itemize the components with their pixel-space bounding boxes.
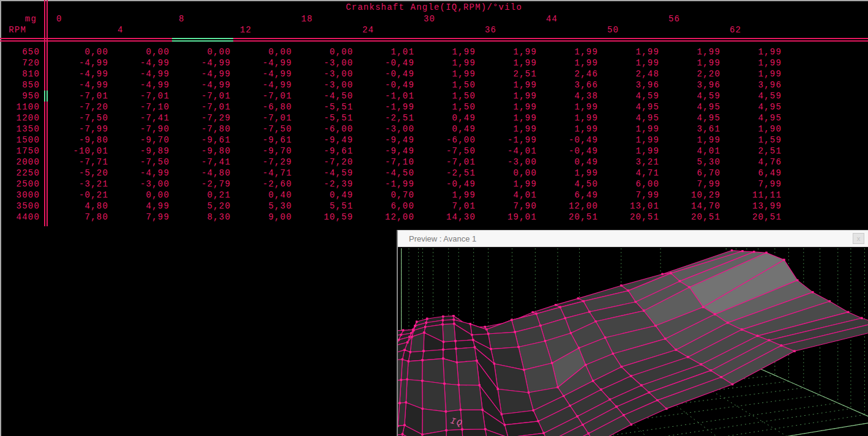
value-cell[interactable]: -7,20	[294, 157, 353, 168]
value-cell[interactable]: -3,00	[294, 79, 353, 91]
value-cell[interactable]: 0,49	[417, 124, 476, 135]
value-cell[interactable]: 5,30	[233, 201, 292, 212]
value-cell[interactable]: -4,99	[50, 79, 108, 91]
value-cell[interactable]: 1,99	[478, 79, 537, 91]
value-cell[interactable]: -1,99	[356, 102, 414, 113]
value-cell[interactable]: -0,21	[50, 190, 108, 201]
value-cell[interactable]: -9,49	[356, 135, 414, 146]
value-cell[interactable]: -3,00	[478, 157, 537, 168]
value-cell[interactable]: 3,21	[600, 157, 659, 168]
value-cell[interactable]: -9,49	[356, 146, 414, 157]
value-cell[interactable]: 4,50	[539, 179, 598, 190]
value-cell[interactable]: 1,99	[539, 168, 598, 179]
value-cell[interactable]: -9,70	[233, 146, 292, 157]
value-cell[interactable]: -5,51	[294, 102, 353, 113]
value-cell[interactable]: 1,99	[600, 135, 659, 146]
rpm-row-header[interactable]: 1100	[0, 102, 40, 113]
value-cell[interactable]: -6,00	[294, 124, 353, 135]
value-cell[interactable]: -4,01	[478, 146, 537, 157]
value-cell[interactable]: 1,99	[600, 124, 659, 135]
value-cell[interactable]: -7,99	[50, 124, 108, 135]
value-cell[interactable]: -9,70	[111, 135, 170, 146]
value-cell[interactable]: -0,49	[356, 79, 414, 91]
value-cell[interactable]: -1,99	[478, 135, 537, 146]
value-cell[interactable]: 4,80	[50, 201, 108, 212]
value-cell[interactable]: 13,99	[723, 201, 782, 212]
value-cell[interactable]: 1,99	[417, 46, 476, 57]
value-cell[interactable]: 1,99	[600, 57, 659, 68]
rpm-row-header[interactable]: 650	[0, 46, 40, 57]
value-cell[interactable]: 6,49	[723, 168, 782, 179]
iq-column-header[interactable]: 44	[546, 14, 558, 24]
iq-column-header[interactable]: 12	[240, 25, 252, 35]
value-cell[interactable]: 0,00	[172, 46, 231, 57]
value-cell[interactable]: 4,95	[600, 102, 659, 113]
value-cell[interactable]: -5,20	[50, 168, 108, 179]
value-cell[interactable]: 14,30	[417, 212, 476, 223]
value-cell[interactable]: -4,71	[233, 168, 292, 179]
value-cell[interactable]: 9,00	[233, 212, 292, 223]
value-cell[interactable]: -2,39	[294, 179, 353, 190]
value-cell[interactable]: 3,66	[539, 79, 598, 91]
value-cell[interactable]: -4,99	[50, 68, 108, 79]
value-cell[interactable]: -7,01	[233, 91, 292, 102]
rpm-row-header[interactable]: 2250	[0, 168, 40, 179]
value-cell[interactable]: 4,59	[662, 91, 720, 102]
value-cell[interactable]: 1,90	[723, 124, 782, 135]
value-cell[interactable]: -0,49	[356, 68, 414, 79]
value-cell[interactable]: 1,99	[539, 113, 598, 124]
value-cell[interactable]: -7,41	[111, 113, 170, 124]
value-cell[interactable]: 3,96	[723, 79, 782, 91]
value-cell[interactable]: 1,99	[478, 179, 537, 190]
value-cell[interactable]: 1,99	[417, 57, 476, 68]
value-cell[interactable]: -4,59	[294, 168, 353, 179]
value-cell[interactable]: -4,99	[172, 57, 231, 68]
value-cell[interactable]: 1,50	[417, 102, 476, 113]
value-cell[interactable]: 4,38	[539, 91, 598, 102]
value-cell[interactable]: -7,01	[111, 91, 170, 102]
value-cell[interactable]: -9,49	[294, 135, 353, 146]
value-cell[interactable]: -2,51	[356, 113, 414, 124]
iq-column-header[interactable]: 62	[730, 25, 741, 35]
value-cell[interactable]: -0,49	[417, 179, 476, 190]
value-cell[interactable]: 1,99	[723, 46, 782, 57]
rpm-row-header[interactable]: 720	[0, 57, 40, 68]
value-cell[interactable]: 12,00	[539, 201, 598, 212]
value-cell[interactable]: -2,60	[233, 179, 292, 190]
rpm-row-header[interactable]: 1750	[0, 146, 40, 157]
value-cell[interactable]: -9,89	[111, 146, 170, 157]
value-cell[interactable]: 2,51	[723, 146, 782, 157]
value-cell[interactable]: 0,40	[233, 190, 292, 201]
value-cell[interactable]: -7,01	[417, 157, 476, 168]
value-cell[interactable]: 7,01	[417, 201, 476, 212]
value-cell[interactable]: 7,80	[50, 212, 108, 223]
value-cell[interactable]: 1,99	[539, 57, 598, 68]
value-cell[interactable]: -7,29	[172, 113, 231, 124]
value-cell[interactable]: -4,50	[356, 168, 414, 179]
value-cell[interactable]: 0,00	[111, 46, 170, 57]
value-cell[interactable]: -4,99	[111, 168, 170, 179]
value-cell[interactable]: 5,51	[294, 201, 353, 212]
value-cell[interactable]: -0,49	[539, 135, 598, 146]
value-cell[interactable]: 4,76	[723, 157, 782, 168]
value-cell[interactable]: 7,90	[478, 201, 537, 212]
value-cell[interactable]: -7,01	[172, 102, 231, 113]
value-cell[interactable]: 1,99	[478, 91, 537, 102]
value-cell[interactable]: 1,99	[662, 135, 720, 146]
value-cell[interactable]: -9,61	[233, 135, 292, 146]
value-cell[interactable]: 1,99	[662, 57, 720, 68]
value-cell[interactable]: 19,01	[478, 212, 537, 223]
iq-column-header[interactable]: 24	[362, 25, 374, 35]
value-cell[interactable]: -7,10	[111, 102, 170, 113]
value-cell[interactable]: -2,79	[172, 179, 231, 190]
value-cell[interactable]: 11,11	[723, 190, 782, 201]
preview-titlebar[interactable]: Preview : Avance 1 x	[398, 230, 868, 247]
value-cell[interactable]: -7,90	[111, 124, 170, 135]
value-cell[interactable]: 10,59	[294, 212, 353, 223]
value-cell[interactable]: 1,99	[478, 124, 537, 135]
value-cell[interactable]: 6,00	[600, 179, 659, 190]
rpm-row-header[interactable]: 850	[0, 79, 40, 91]
value-cell[interactable]: -4,99	[111, 79, 170, 91]
value-cell[interactable]: 2,20	[662, 68, 720, 79]
value-cell[interactable]: 4,95	[600, 113, 659, 124]
